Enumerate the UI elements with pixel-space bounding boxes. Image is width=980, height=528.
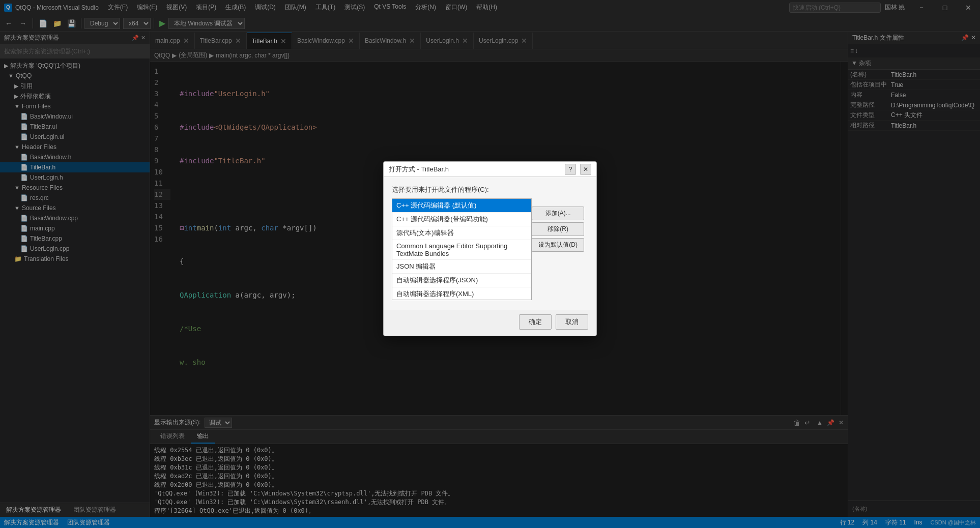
dialog-close-button[interactable]: ✕	[580, 164, 591, 175]
dialog-overlay: 打开方式 - TitleBar.h ? ✕ 选择要用来打开此文件的程序(C): …	[0, 0, 980, 528]
open-with-dialog: 打开方式 - TitleBar.h ? ✕ 选择要用来打开此文件的程序(C): …	[383, 161, 597, 336]
list-item-json[interactable]: JSON 编辑器	[392, 260, 531, 274]
dialog-confirm-button[interactable]: 确定	[519, 314, 552, 330]
dialog-title-controls: ? ✕	[565, 164, 591, 175]
dialog-titlebar: 打开方式 - TitleBar.h ? ✕	[384, 162, 596, 177]
dialog-title: 打开方式 - TitleBar.h	[389, 165, 449, 174]
dialog-label: 选择要用来打开此文件的程序(C):	[392, 185, 588, 194]
list-item-common-language[interactable]: Common Language Editor Supporting TextMa…	[392, 240, 531, 260]
add-program-button[interactable]: 添加(A)...	[532, 207, 584, 220]
list-item-source-text[interactable]: 源代码(文本)编辑器	[392, 226, 531, 240]
dialog-help-button[interactable]: ?	[565, 164, 576, 175]
dialog-cancel-button[interactable]: 取消	[556, 314, 588, 330]
remove-program-button[interactable]: 移除(R)	[532, 222, 584, 236]
dialog-side-buttons: 添加(A)... 移除(R) 设为默认值(D)	[532, 198, 588, 306]
set-default-button[interactable]: 设为默认值(D)	[532, 238, 584, 252]
dialog-inner-layout: C++ 源代码编辑器 (默认值) C++ 源代码编辑器(带编码功能) 源代码(文…	[392, 198, 588, 306]
list-item-cpp-editor-enc[interactable]: C++ 源代码编辑器(带编码功能)	[392, 213, 531, 226]
list-item-auto-xml[interactable]: 自动编辑器选择程序(XML)	[392, 287, 531, 300]
list-item-auto-json[interactable]: 自动编辑器选择程序(JSON)	[392, 274, 531, 287]
program-list[interactable]: C++ 源代码编辑器 (默认值) C++ 源代码编辑器(带编码功能) 源代码(文…	[392, 198, 532, 300]
dialog-content: 选择要用来打开此文件的程序(C): C++ 源代码编辑器 (默认值) C++ 源…	[384, 177, 596, 310]
list-item-cpp-editor-default[interactable]: C++ 源代码编辑器 (默认值)	[392, 199, 531, 213]
dialog-action-buttons: 确定 取消	[384, 310, 596, 336]
